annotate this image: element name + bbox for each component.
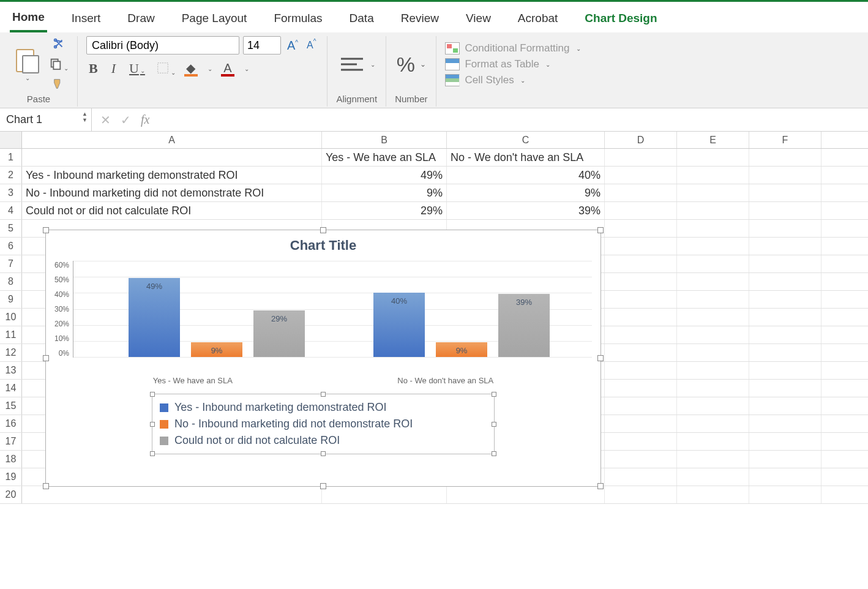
- ribbon-tab-chart-design[interactable]: Chart Design: [582, 8, 659, 31]
- cell-A3[interactable]: No - Inbound marketing did not demonstra…: [22, 184, 322, 201]
- underline-button[interactable]: U⌄: [127, 61, 148, 77]
- cell-E11[interactable]: [677, 326, 749, 343]
- cell-F12[interactable]: [749, 344, 821, 361]
- cell-D5[interactable]: [605, 220, 677, 237]
- chart-handle-w[interactable]: [43, 355, 49, 361]
- row-header-13[interactable]: 13: [0, 362, 22, 379]
- cell-E5[interactable]: [677, 220, 749, 237]
- column-header-B[interactable]: B: [322, 132, 447, 148]
- font-name-select[interactable]: [86, 36, 239, 54]
- cell-D16[interactable]: [605, 415, 677, 432]
- cell-F1[interactable]: [749, 149, 821, 166]
- row-header-19[interactable]: 19: [0, 468, 22, 486]
- cell-F11[interactable]: [749, 326, 821, 343]
- cell-E2[interactable]: [677, 167, 749, 184]
- cell-F2[interactable]: [749, 167, 821, 184]
- cell-D12[interactable]: [605, 344, 677, 361]
- ribbon-tab-home[interactable]: Home: [10, 7, 47, 32]
- cell-E18[interactable]: [677, 451, 749, 468]
- ribbon-tab-acrobat[interactable]: Acrobat: [515, 8, 560, 31]
- cell-B1[interactable]: Yes - We have an SLA: [322, 149, 447, 166]
- format-as-table-button[interactable]: Format as Table⌄: [445, 58, 580, 70]
- cell-D14[interactable]: [605, 380, 677, 397]
- row-header-15[interactable]: 15: [0, 397, 22, 415]
- bar-gray[interactable]: 29%: [253, 310, 305, 357]
- cell-F14[interactable]: [749, 380, 821, 397]
- ribbon-tab-view[interactable]: View: [463, 8, 493, 31]
- chart-plot-area[interactable]: 49%9%29%40%9%39%: [73, 261, 592, 358]
- decrease-font-button[interactable]: A^: [304, 40, 318, 51]
- cell-D9[interactable]: [605, 291, 677, 308]
- cell-C3[interactable]: 9%: [447, 184, 605, 201]
- cell-F9[interactable]: [749, 291, 821, 308]
- cell-D2[interactable]: [605, 167, 677, 184]
- cell-D17[interactable]: [605, 433, 677, 450]
- chart-handle-ne[interactable]: [597, 227, 604, 233]
- legend-item[interactable]: No - Inbound marketing did not demonstra…: [160, 416, 487, 432]
- row-header-1[interactable]: 1: [0, 149, 22, 166]
- font-color-button[interactable]: A: [221, 61, 234, 77]
- confirm-formula-button[interactable]: ✓: [121, 113, 131, 127]
- embedded-chart[interactable]: Chart Title 60%50%40%30%20%10%0% 49%9%29…: [45, 230, 601, 487]
- cell-F15[interactable]: [749, 397, 821, 415]
- cell-B2[interactable]: 49%: [322, 167, 447, 184]
- cell-B20[interactable]: [322, 486, 447, 503]
- increase-font-button[interactable]: A^: [285, 39, 301, 53]
- bar-orange[interactable]: 9%: [191, 342, 242, 357]
- row-header-10[interactable]: 10: [0, 309, 22, 326]
- cell-E12[interactable]: [677, 344, 749, 361]
- legend-item[interactable]: Could not or did not calculate ROI: [160, 432, 487, 449]
- row-header-3[interactable]: 3: [0, 184, 22, 201]
- cell-E1[interactable]: [677, 149, 749, 166]
- column-header-C[interactable]: C: [447, 132, 605, 148]
- chart-title[interactable]: Chart Title: [46, 230, 600, 258]
- cell-F6[interactable]: [749, 238, 821, 255]
- bar-orange[interactable]: 9%: [436, 342, 487, 357]
- cell-styles-button[interactable]: Cell Styles⌄: [445, 74, 580, 86]
- number-format-button[interactable]: %⌄: [397, 53, 426, 77]
- cut-button[interactable]: [52, 37, 65, 52]
- column-header-F[interactable]: F: [749, 132, 821, 148]
- column-header-A[interactable]: A: [22, 132, 322, 148]
- cell-D11[interactable]: [605, 326, 677, 343]
- cell-D13[interactable]: [605, 362, 677, 379]
- cell-E10[interactable]: [677, 309, 749, 326]
- chart-handle-n[interactable]: [320, 227, 326, 233]
- paste-button[interactable]: ⌄: [9, 48, 45, 81]
- fill-color-button[interactable]: ◆: [184, 61, 198, 77]
- cell-E9[interactable]: [677, 291, 749, 308]
- name-box[interactable]: Chart 1 ▲▼: [0, 108, 92, 131]
- cell-F5[interactable]: [749, 220, 821, 237]
- ribbon-tab-data[interactable]: Data: [347, 8, 376, 31]
- chart-handle-nw[interactable]: [43, 227, 49, 233]
- cell-F10[interactable]: [749, 309, 821, 326]
- cell-E4[interactable]: [677, 202, 749, 219]
- cell-A1[interactable]: [22, 149, 322, 166]
- format-painter-button[interactable]: [52, 77, 65, 92]
- cell-F17[interactable]: [749, 433, 821, 450]
- row-header-5[interactable]: 5: [0, 220, 22, 237]
- cell-F20[interactable]: [749, 486, 821, 503]
- cell-E8[interactable]: [677, 273, 749, 290]
- cell-E3[interactable]: [677, 184, 749, 201]
- ribbon-tab-insert[interactable]: Insert: [69, 8, 103, 31]
- row-header-12[interactable]: 12: [0, 344, 22, 361]
- row-header-7[interactable]: 7: [0, 255, 22, 272]
- chart-legend[interactable]: Yes - Inbound marketing demonstrated ROI…: [152, 394, 495, 454]
- row-header-20[interactable]: 20: [0, 486, 22, 503]
- bold-button[interactable]: B: [86, 61, 100, 77]
- chart-handle-sw[interactable]: [43, 483, 49, 489]
- chart-handle-se[interactable]: [597, 483, 604, 489]
- cell-F16[interactable]: [749, 415, 821, 432]
- italic-button[interactable]: I: [109, 61, 118, 77]
- cell-F4[interactable]: [749, 202, 821, 219]
- cell-D10[interactable]: [605, 309, 677, 326]
- row-header-11[interactable]: 11: [0, 326, 22, 343]
- ribbon-tab-page-layout[interactable]: Page Layout: [179, 8, 250, 31]
- row-header-9[interactable]: 9: [0, 291, 22, 308]
- cell-F8[interactable]: [749, 273, 821, 290]
- row-header-6[interactable]: 6: [0, 238, 22, 255]
- row-header-14[interactable]: 14: [0, 380, 22, 397]
- cell-D20[interactable]: [605, 486, 677, 503]
- cell-E15[interactable]: [677, 397, 749, 415]
